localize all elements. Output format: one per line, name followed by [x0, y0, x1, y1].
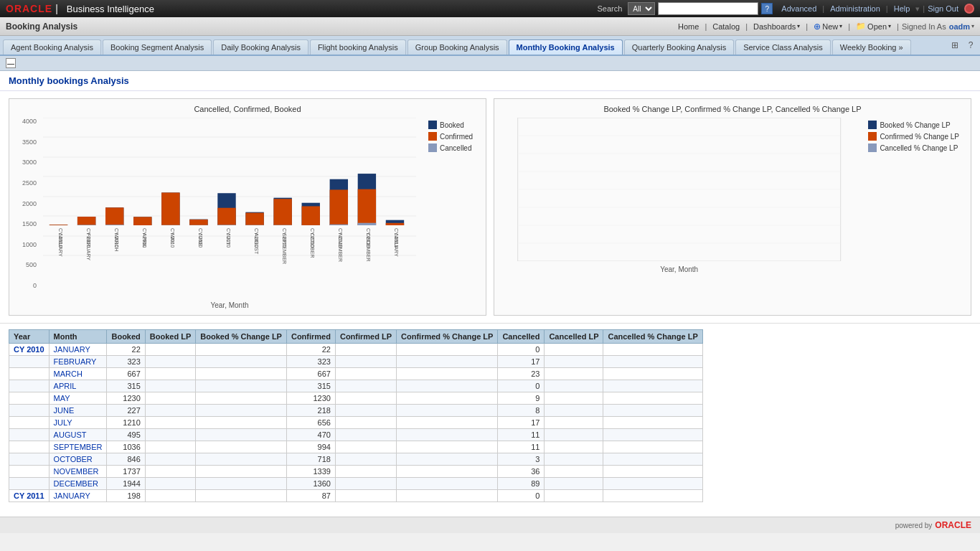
- cell-cancelled-lp: [545, 368, 603, 380]
- table-row: FEBRUARY 323 323 17: [9, 356, 703, 368]
- cell-confirmed: 1230: [286, 392, 335, 405]
- line-chart-container: Booked % Change LP, Confirmed % Change L…: [494, 98, 971, 316]
- svg-text:MARCH: MARCH: [114, 233, 119, 252]
- signout-link[interactable]: Sign Out: [928, 4, 958, 13]
- cell-confirmed-pct: [397, 356, 498, 368]
- tab-bar: Agent Booking Analysis Booking Segment A…: [0, 36, 980, 56]
- cell-booked-pct: [196, 392, 287, 405]
- tab-grid-icon[interactable]: ⊞: [948, 39, 961, 52]
- footer: powered by ORACLE: [0, 517, 980, 533]
- bi-wordmark: Business Intelligence: [67, 4, 154, 14]
- power-icon[interactable]: [964, 4, 974, 14]
- catalog-button[interactable]: Catalog: [707, 17, 745, 35]
- tab-agent[interactable]: Agent Booking Analysis: [3, 39, 101, 55]
- svg-rect-57: [330, 189, 348, 225]
- advanced-link[interactable]: Advanced: [778, 4, 819, 13]
- svg-rect-62: [358, 189, 376, 225]
- cell-confirmed-lp: [335, 429, 396, 441]
- table-row: MAY 1230 1230 9: [9, 392, 703, 405]
- cell-cancelled: 36: [498, 466, 545, 478]
- cell-confirmed: 315: [286, 380, 335, 392]
- cell-confirmed: 22: [286, 344, 335, 356]
- cell-cancelled-pct: [603, 344, 702, 356]
- cell-confirmed-lp: [335, 405, 396, 417]
- col-cancelled-lp: Cancelled LP: [545, 330, 603, 344]
- tab-daily[interactable]: Daily Booking Analysis: [213, 39, 308, 55]
- legend-booked-label: Booked: [440, 121, 464, 129]
- svg-rect-52: [302, 206, 320, 225]
- administration-link[interactable]: Administration: [827, 4, 883, 13]
- cell-booked: 1210: [107, 417, 145, 429]
- cell-cancelled: 0: [498, 380, 545, 392]
- cell-booked-lp: [145, 405, 195, 417]
- new-icon: ⊕: [814, 22, 821, 32]
- tab-weekly[interactable]: Weekly Booking »: [832, 39, 911, 55]
- tab-monthly[interactable]: Monthly Booking Analysis: [509, 39, 623, 55]
- cell-confirmed-pct: [397, 417, 498, 429]
- cell-year: [9, 356, 50, 368]
- collapse-button[interactable]: —: [6, 58, 16, 68]
- cell-confirmed-lp: [335, 368, 396, 380]
- line-chart-legend: Booked % Change LP Confirmed % Change LP…: [862, 118, 965, 273]
- bar-chart-container: Cancelled, Confirmed, Booked 4000 3500 3…: [9, 98, 486, 316]
- cell-booked: 1230: [107, 392, 145, 405]
- oracle-wordmark: ORACLE: [6, 3, 52, 14]
- col-booked-lp: Booked LP: [145, 330, 195, 344]
- cell-cancelled: 9: [498, 392, 545, 405]
- svg-text:JANUARY: JANUARY: [394, 233, 399, 257]
- second-bar: Booking Analysis Home | Catalog | Dashbo…: [0, 17, 980, 36]
- cell-booked-lp: [145, 453, 195, 466]
- legend-item-confirmed-pct: Confirmed % Change LP: [868, 132, 959, 141]
- cell-cancelled-lp: [545, 478, 603, 490]
- bar-chart-legend: Booked Confirmed Cancelled: [423, 118, 480, 309]
- cell-confirmed-pct: [397, 429, 498, 441]
- cell-confirmed-pct: [397, 380, 498, 392]
- cell-cancelled-pct: [603, 380, 702, 392]
- col-cancelled: Cancelled: [498, 330, 545, 344]
- new-label: New: [822, 22, 838, 31]
- cell-cancelled-pct: [603, 490, 702, 502]
- col-booked: Booked: [107, 330, 145, 344]
- cell-booked: 495: [107, 429, 145, 441]
- new-dropdown[interactable]: ⊕ New ▾: [808, 22, 848, 32]
- cell-booked-lp: [145, 392, 195, 405]
- dashboards-dropdown[interactable]: Dashboards ▾: [748, 22, 806, 31]
- cell-cancelled-pct: [603, 405, 702, 417]
- svg-text:OCTOBER: OCTOBER: [310, 233, 315, 258]
- cell-booked: 323: [107, 356, 145, 368]
- open-dropdown[interactable]: 📁 Open ▾: [850, 22, 897, 31]
- cell-month: AUGUST: [49, 429, 107, 441]
- tab-service[interactable]: Service Class Analysis: [735, 39, 831, 55]
- search-help-button[interactable]: ?: [761, 3, 773, 14]
- home-button[interactable]: Home: [672, 17, 705, 35]
- line-chart-svg: [500, 118, 858, 261]
- cell-year: [9, 429, 50, 441]
- bar-chart-y-axis: 4000 3500 3000 2500 2000 1500 1000 500 0: [15, 118, 37, 309]
- svg-rect-19: [105, 225, 123, 225]
- search-label: Search: [597, 4, 622, 13]
- cell-cancelled-lp: [545, 490, 603, 502]
- table-body: CY 2010 JANUARY 22 22 0 FEBRUARY 323 323…: [9, 344, 703, 502]
- tab-group[interactable]: Group Booking Analysis: [407, 39, 507, 55]
- col-confirmed: Confirmed: [286, 330, 335, 344]
- tab-flight[interactable]: Flight booking Analysis: [310, 39, 406, 55]
- cell-cancelled-pct: [603, 466, 702, 478]
- search-input[interactable]: [658, 2, 758, 15]
- svg-rect-67: [386, 223, 404, 225]
- cell-booked-lp: [145, 368, 195, 380]
- tab-help-icon[interactable]: ?: [964, 39, 977, 52]
- svg-rect-58: [330, 225, 348, 225]
- tab-quarterly[interactable]: Quarterly Booking Analysis: [624, 39, 734, 55]
- line-chart-inner: Year, Month Booked % Change LP Confirmed…: [500, 118, 965, 273]
- bar-chart-svg: CY 2010JANUARYCY 2010FEBRUARYCY 2010MARC…: [41, 118, 418, 297]
- cell-confirmed-pct: [397, 405, 498, 417]
- help-link[interactable]: Help: [891, 4, 913, 13]
- cell-month: APRIL: [49, 380, 107, 392]
- cell-cancelled: 0: [498, 344, 545, 356]
- cell-year: [9, 466, 50, 478]
- tab-segment[interactable]: Booking Segment Analysis: [103, 39, 212, 55]
- legend-cancelled-pct-color: [868, 143, 877, 152]
- svg-rect-13: [77, 217, 95, 225]
- search-scope-select[interactable]: All: [628, 2, 655, 15]
- cell-booked-pct: [196, 380, 287, 392]
